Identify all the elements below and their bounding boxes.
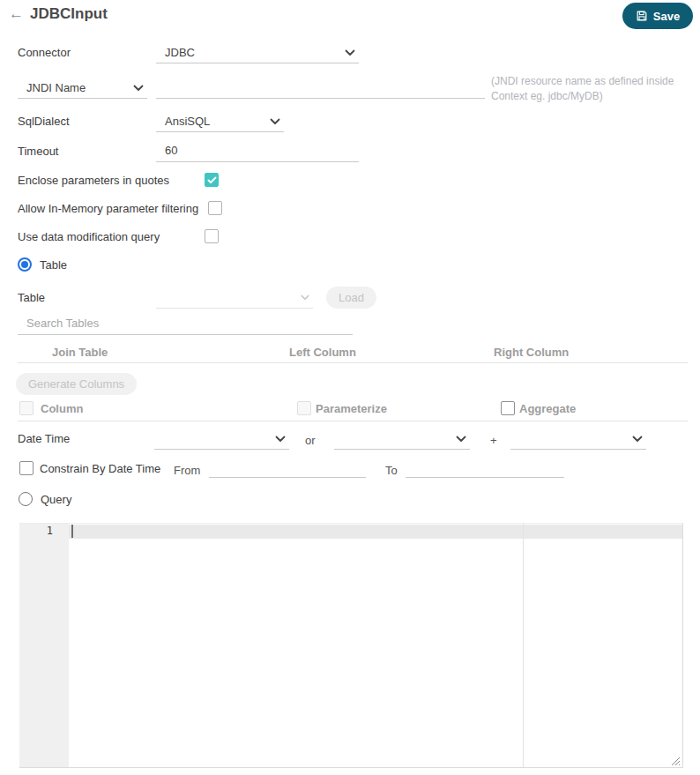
column-checkbox [19,401,34,415]
column-checkbox-row: Column [19,401,83,415]
query-radio-label: Query [41,493,71,506]
table-radio-row: Table [18,257,67,272]
resize-handle-icon[interactable] [669,754,681,765]
left-column-header: Left Column [289,346,356,359]
floppy-disk-icon [636,10,648,22]
editor-text-area[interactable] [69,524,682,767]
table-radio-label: Table [40,258,67,272]
datetime-dropdown-2[interactable] [334,428,470,450]
jndi-selector-value: JNDI Name [26,81,86,94]
back-icon[interactable]: ← [9,5,24,23]
line-number: 1 [47,525,53,537]
page-title: JDBCInput [30,5,108,23]
aggregate-checkbox[interactable] [501,401,515,415]
chevron-down-icon [275,436,286,443]
in-memory-filtering-checkbox[interactable] [208,201,222,215]
connector-value: JDBC [165,46,195,59]
timeout-input[interactable] [156,141,359,162]
generate-columns-button: Generate Columns [16,373,137,395]
aggregate-label: Aggregate [519,402,576,415]
table-radio[interactable] [18,257,32,272]
parameterize-checkbox [297,401,311,415]
aggregate-checkbox-row: Aggregate [501,401,576,415]
chevron-down-icon [270,118,280,125]
jdbc-input-page: ← JDBCInput Save Connector JDBC JNDI Nam… [0,0,700,775]
sql-dialect-dropdown[interactable]: AnsiSQL [156,111,284,132]
sql-dialect-label: SqlDialect [18,115,70,128]
or-label: or [305,434,316,447]
table-field-label: Table [18,291,45,304]
jndi-hint-text: (JNDI resource name as defined inside Co… [491,74,696,105]
table-dropdown [156,287,313,309]
datetime-dropdown-3[interactable] [510,428,646,450]
enclose-quotes-checkbox[interactable] [205,173,219,187]
query-radio-row: Query [19,492,71,506]
in-memory-filtering-row: Allow In-Memory parameter filtering [18,201,222,215]
enclose-quotes-row: Enclose parameters in quotes [18,173,219,187]
divider [18,421,688,421]
chevron-down-icon [133,85,144,92]
join-table-header: Join Table [52,346,108,359]
jndi-name-selector[interactable]: JNDI Name [18,78,147,99]
right-column-header: Right Column [494,346,569,359]
datetime-dropdown-1[interactable] [154,428,289,450]
sql-dialect-value: AnsiSQL [165,115,210,128]
parameterize-checkbox-row: Parameterize [297,401,387,415]
parameterize-label: Parameterize [316,402,387,415]
connector-dropdown[interactable]: JDBC [156,42,359,63]
to-label: To [385,464,398,477]
datetime-label: Date Time [18,432,70,445]
constrain-row: Constrain By Date Time [19,461,160,475]
check-icon [207,176,217,184]
connector-label: Connector [18,46,71,59]
data-modification-checkbox[interactable] [205,229,219,243]
chevron-down-icon [456,436,466,443]
query-radio[interactable] [19,492,33,506]
plus-label: + [490,434,497,447]
save-button[interactable]: Save [622,3,693,29]
save-button-label: Save [653,10,680,23]
to-input[interactable] [406,457,564,478]
editor-line-number-gutter: 1 [19,524,69,767]
load-button: Load [326,287,376,309]
constrain-label: Constrain By Date Time [40,462,160,475]
from-input[interactable] [209,457,366,478]
chevron-down-icon [301,294,309,301]
timeout-label: Timeout [18,145,58,158]
search-tables-input[interactable] [18,314,353,335]
chevron-down-icon [345,49,355,56]
from-label: From [174,464,200,477]
jndi-name-input[interactable] [156,78,485,99]
chevron-down-icon [632,436,643,443]
column-label: Column [41,402,83,415]
constrain-checkbox[interactable] [19,461,34,475]
data-modification-row: Use data modification query [18,229,219,243]
divider [18,362,688,363]
query-editor: 1 [19,523,683,768]
